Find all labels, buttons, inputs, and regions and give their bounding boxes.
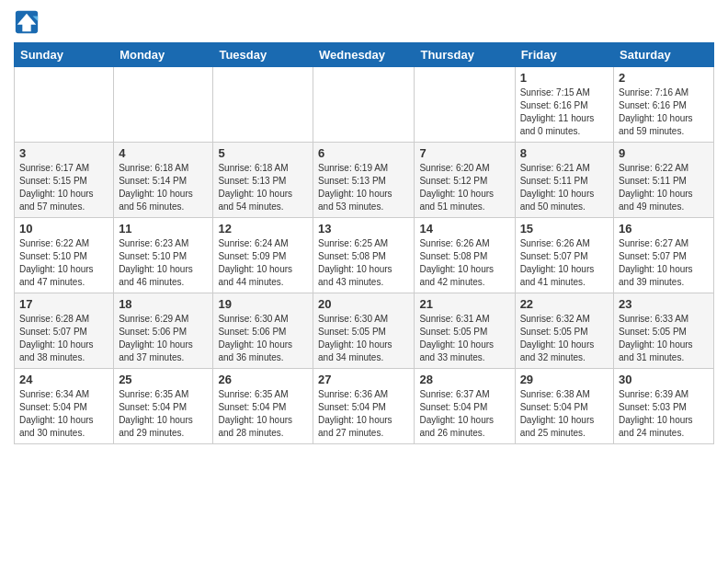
calendar-cell: 2Sunrise: 7:16 AM Sunset: 6:16 PM Daylig… [614, 67, 714, 143]
day-info: Sunrise: 6:35 AM Sunset: 5:04 PM Dayligh… [218, 388, 308, 440]
calendar-cell [313, 67, 415, 143]
calendar-cell: 17Sunrise: 6:28 AM Sunset: 5:07 PM Dayli… [15, 293, 114, 369]
day-number: 21 [419, 297, 509, 311]
day-number: 20 [318, 297, 409, 311]
calendar-cell: 12Sunrise: 6:24 AM Sunset: 5:09 PM Dayli… [213, 218, 313, 293]
calendar-header-thursday: Thursday [415, 43, 515, 67]
day-number: 11 [119, 222, 208, 236]
day-info: Sunrise: 6:35 AM Sunset: 5:04 PM Dayligh… [119, 388, 208, 440]
day-info: Sunrise: 6:18 AM Sunset: 5:13 PM Dayligh… [218, 162, 308, 213]
page: SundayMondayTuesdayWednesdayThursdayFrid… [0, 0, 728, 454]
day-number: 3 [19, 146, 108, 160]
day-info: Sunrise: 6:24 AM Sunset: 5:09 PM Dayligh… [218, 237, 308, 289]
day-number: 30 [619, 373, 709, 386]
calendar-cell: 19Sunrise: 6:30 AM Sunset: 5:06 PM Dayli… [213, 293, 313, 369]
day-info: Sunrise: 6:36 AM Sunset: 5:04 PM Dayligh… [318, 388, 409, 440]
day-number: 4 [119, 146, 208, 160]
calendar-cell: 11Sunrise: 6:23 AM Sunset: 5:10 PM Dayli… [114, 218, 213, 293]
day-number: 26 [218, 373, 308, 386]
calendar-cell: 14Sunrise: 6:26 AM Sunset: 5:08 PM Dayli… [415, 218, 515, 293]
day-number: 25 [119, 373, 208, 386]
day-info: Sunrise: 6:31 AM Sunset: 5:05 PM Dayligh… [419, 313, 509, 364]
calendar-header-sunday: Sunday [15, 43, 114, 67]
calendar-cell: 29Sunrise: 6:38 AM Sunset: 5:04 PM Dayli… [515, 369, 613, 444]
day-number: 7 [419, 146, 509, 160]
calendar-cell: 18Sunrise: 6:29 AM Sunset: 5:06 PM Dayli… [114, 293, 213, 369]
day-number: 5 [218, 146, 308, 160]
day-info: Sunrise: 6:18 AM Sunset: 5:14 PM Dayligh… [119, 162, 208, 213]
day-info: Sunrise: 6:22 AM Sunset: 5:11 PM Dayligh… [619, 162, 709, 213]
day-number: 2 [619, 71, 709, 85]
day-number: 9 [619, 146, 709, 160]
day-info: Sunrise: 6:38 AM Sunset: 5:04 PM Dayligh… [520, 388, 609, 440]
calendar-header-saturday: Saturday [614, 43, 714, 67]
calendar-cell: 8Sunrise: 6:21 AM Sunset: 5:11 PM Daylig… [515, 143, 613, 218]
day-info: Sunrise: 6:30 AM Sunset: 5:05 PM Dayligh… [318, 313, 409, 364]
day-number: 22 [520, 297, 609, 311]
day-number: 16 [619, 222, 709, 236]
calendar-cell: 25Sunrise: 6:35 AM Sunset: 5:04 PM Dayli… [114, 369, 213, 444]
calendar-cell: 26Sunrise: 6:35 AM Sunset: 5:04 PM Dayli… [213, 369, 313, 444]
day-info: Sunrise: 6:39 AM Sunset: 5:03 PM Dayligh… [619, 388, 709, 440]
day-info: Sunrise: 7:15 AM Sunset: 6:16 PM Dayligh… [520, 86, 609, 138]
calendar-cell: 24Sunrise: 6:34 AM Sunset: 5:04 PM Dayli… [15, 369, 114, 444]
day-info: Sunrise: 6:26 AM Sunset: 5:07 PM Dayligh… [520, 237, 609, 289]
calendar-cell: 21Sunrise: 6:31 AM Sunset: 5:05 PM Dayli… [415, 293, 515, 369]
header [14, 9, 714, 35]
calendar-cell [15, 67, 114, 143]
day-number: 6 [318, 146, 409, 160]
day-info: Sunrise: 6:32 AM Sunset: 5:05 PM Dayligh… [520, 313, 609, 364]
day-number: 13 [318, 222, 409, 236]
day-number: 15 [520, 222, 609, 236]
calendar-cell: 3Sunrise: 6:17 AM Sunset: 5:15 PM Daylig… [15, 143, 114, 218]
calendar-cell: 13Sunrise: 6:25 AM Sunset: 5:08 PM Dayli… [313, 218, 415, 293]
day-info: Sunrise: 6:29 AM Sunset: 5:06 PM Dayligh… [119, 313, 208, 364]
logo [14, 9, 43, 35]
day-number: 17 [19, 297, 108, 311]
day-info: Sunrise: 7:16 AM Sunset: 6:16 PM Dayligh… [619, 86, 709, 138]
calendar-cell: 20Sunrise: 6:30 AM Sunset: 5:05 PM Dayli… [313, 293, 415, 369]
calendar-header-wednesday: Wednesday [313, 43, 415, 67]
day-number: 8 [520, 146, 609, 160]
calendar-week-row: 24Sunrise: 6:34 AM Sunset: 5:04 PM Dayli… [15, 369, 714, 444]
calendar-cell: 4Sunrise: 6:18 AM Sunset: 5:14 PM Daylig… [114, 143, 213, 218]
day-number: 28 [419, 373, 509, 386]
day-info: Sunrise: 6:34 AM Sunset: 5:04 PM Dayligh… [19, 388, 108, 440]
calendar-header-friday: Friday [515, 43, 613, 67]
day-number: 14 [419, 222, 509, 236]
calendar-header-row: SundayMondayTuesdayWednesdayThursdayFrid… [15, 43, 714, 67]
day-number: 24 [19, 373, 108, 386]
day-info: Sunrise: 6:21 AM Sunset: 5:11 PM Dayligh… [520, 162, 609, 213]
calendar-cell: 15Sunrise: 6:26 AM Sunset: 5:07 PM Dayli… [515, 218, 613, 293]
calendar-week-row: 1Sunrise: 7:15 AM Sunset: 6:16 PM Daylig… [15, 67, 714, 143]
logo-icon [14, 9, 40, 35]
calendar-cell [114, 67, 213, 143]
day-number: 18 [119, 297, 208, 311]
day-info: Sunrise: 6:27 AM Sunset: 5:07 PM Dayligh… [619, 237, 709, 289]
day-number: 10 [19, 222, 108, 236]
calendar-week-row: 17Sunrise: 6:28 AM Sunset: 5:07 PM Dayli… [15, 293, 714, 369]
day-number: 27 [318, 373, 409, 386]
calendar-week-row: 10Sunrise: 6:22 AM Sunset: 5:10 PM Dayli… [15, 218, 714, 293]
calendar-cell: 22Sunrise: 6:32 AM Sunset: 5:05 PM Dayli… [515, 293, 613, 369]
day-number: 29 [520, 373, 609, 386]
day-info: Sunrise: 6:20 AM Sunset: 5:12 PM Dayligh… [419, 162, 509, 213]
calendar-week-row: 3Sunrise: 6:17 AM Sunset: 5:15 PM Daylig… [15, 143, 714, 218]
day-info: Sunrise: 6:23 AM Sunset: 5:10 PM Dayligh… [119, 237, 208, 289]
day-info: Sunrise: 6:37 AM Sunset: 5:04 PM Dayligh… [419, 388, 509, 440]
calendar-header-monday: Monday [114, 43, 213, 67]
day-number: 19 [218, 297, 308, 311]
calendar-header-tuesday: Tuesday [213, 43, 313, 67]
day-info: Sunrise: 6:33 AM Sunset: 5:05 PM Dayligh… [619, 313, 709, 364]
calendar-cell: 9Sunrise: 6:22 AM Sunset: 5:11 PM Daylig… [614, 143, 714, 218]
calendar-cell: 7Sunrise: 6:20 AM Sunset: 5:12 PM Daylig… [415, 143, 515, 218]
day-number: 1 [520, 71, 609, 85]
calendar-cell: 28Sunrise: 6:37 AM Sunset: 5:04 PM Dayli… [415, 369, 515, 444]
day-info: Sunrise: 6:28 AM Sunset: 5:07 PM Dayligh… [19, 313, 108, 364]
day-info: Sunrise: 6:30 AM Sunset: 5:06 PM Dayligh… [218, 313, 308, 364]
day-info: Sunrise: 6:22 AM Sunset: 5:10 PM Dayligh… [19, 237, 108, 289]
day-number: 12 [218, 222, 308, 236]
calendar-cell: 23Sunrise: 6:33 AM Sunset: 5:05 PM Dayli… [614, 293, 714, 369]
day-info: Sunrise: 6:25 AM Sunset: 5:08 PM Dayligh… [318, 237, 409, 289]
calendar-cell [213, 67, 313, 143]
